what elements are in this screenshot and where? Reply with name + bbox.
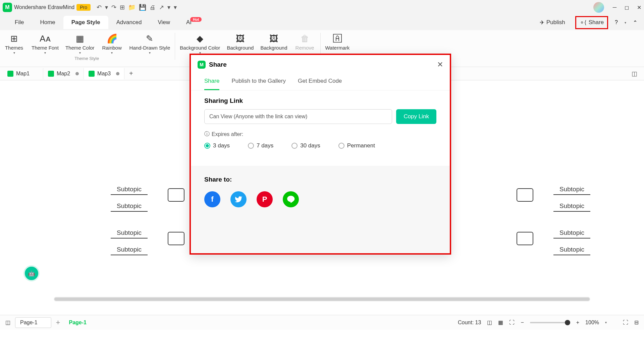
ribbon-hand-drawn[interactable]: ✎Hand-Drawn Style▾ bbox=[129, 33, 170, 55]
quick-access-toolbar: ↶▾ ↷ ⊞ 📁 💾 🖨 ↗▾ ▾ bbox=[97, 4, 177, 11]
ribbon-themes[interactable]: ⊞Themes▾ bbox=[3, 33, 25, 55]
fit-icon[interactable]: ⛶ bbox=[509, 320, 515, 326]
bg-color-icon: ◆ bbox=[197, 33, 203, 44]
watermark-icon: 🄰 bbox=[333, 33, 342, 44]
hot-badge: Hot bbox=[190, 17, 202, 22]
tab-map3[interactable]: Map3 bbox=[84, 68, 124, 79]
menu-page-style[interactable]: Page Style bbox=[63, 16, 108, 29]
save-icon[interactable]: 💾 bbox=[139, 4, 146, 11]
horizontal-scrollbar[interactable] bbox=[54, 297, 590, 301]
zoom-level: 100% bbox=[585, 320, 599, 326]
tab-map2[interactable]: Map2 bbox=[43, 68, 84, 79]
twitter-icon[interactable] bbox=[230, 191, 247, 207]
undo-dropdown[interactable]: ▾ bbox=[105, 4, 108, 11]
zoom-slider[interactable] bbox=[530, 322, 570, 323]
new-icon[interactable]: ⊞ bbox=[120, 4, 125, 11]
user-avatar[interactable] bbox=[593, 2, 604, 13]
share-icon: ⚬⟨ bbox=[580, 19, 587, 26]
more-dropdown[interactable]: ▾ bbox=[174, 4, 177, 11]
subtopic-node[interactable]: Subtopic bbox=[553, 228, 590, 239]
add-page-button[interactable]: + bbox=[56, 318, 60, 327]
redo-icon[interactable]: ↷ bbox=[111, 4, 116, 11]
help-dropdown[interactable]: ▾ bbox=[625, 21, 626, 24]
dialog-tab-gallery[interactable]: Publish to the Gallery bbox=[231, 74, 286, 90]
themes-icon: ⊞ bbox=[10, 33, 18, 44]
minimize-icon[interactable]: ─ bbox=[613, 4, 616, 11]
menu-view[interactable]: View bbox=[150, 16, 178, 29]
expire-permanent-radio[interactable]: Permanent bbox=[338, 142, 375, 149]
doc-icon bbox=[89, 71, 95, 77]
topic-node[interactable] bbox=[517, 232, 533, 245]
expire-3days-radio[interactable]: 3 days bbox=[204, 142, 230, 149]
print-icon[interactable]: 🖨 bbox=[150, 4, 156, 11]
help-icon[interactable]: ? bbox=[615, 19, 618, 25]
export-icon[interactable]: ↗ bbox=[159, 4, 164, 11]
zoom-dropdown[interactable]: ▾ bbox=[605, 321, 607, 324]
subtopic-node[interactable]: Subtopic bbox=[111, 184, 148, 195]
publish-button[interactable]: ✈Publish bbox=[536, 17, 569, 28]
dialog-tab-share[interactable]: Share bbox=[204, 74, 219, 90]
copy-link-button[interactable]: Copy Link bbox=[396, 109, 436, 124]
fullscreen-icon[interactable]: ⛶ bbox=[623, 320, 628, 326]
undo-icon[interactable]: ↶ bbox=[97, 4, 102, 11]
dialog-logo-icon: M bbox=[198, 61, 206, 69]
ribbon-theme-color[interactable]: ▦Theme Color▾ bbox=[65, 33, 95, 55]
page-selector[interactable]: Page-1 bbox=[15, 317, 51, 328]
collapse-icon[interactable]: ⊟ bbox=[634, 319, 639, 326]
subtopic-node[interactable]: Subtopic bbox=[111, 201, 148, 212]
subtopic-node[interactable]: Subtopic bbox=[111, 228, 148, 239]
ribbon-group-label: Theme Style bbox=[74, 56, 99, 61]
ribbon-background[interactable]: 🖼Background bbox=[227, 33, 254, 55]
theme-font-icon: Aᴀ bbox=[40, 33, 50, 44]
ai-assistant-button[interactable]: 🤖 bbox=[23, 265, 40, 281]
dialog-close-button[interactable]: ✕ bbox=[437, 60, 443, 69]
panel-toggle-icon[interactable]: ◫ bbox=[632, 70, 641, 77]
zoom-out-button[interactable]: − bbox=[521, 320, 524, 326]
view-2-icon[interactable]: ▦ bbox=[498, 319, 503, 326]
pinterest-icon[interactable]: P bbox=[257, 191, 273, 207]
ribbon-theme-font[interactable]: AᴀTheme Font▾ bbox=[32, 33, 59, 55]
add-tab-button[interactable]: + bbox=[124, 67, 138, 80]
topic-node[interactable] bbox=[168, 232, 184, 245]
outline-view-icon[interactable]: ◫ bbox=[5, 319, 10, 326]
zoom-in-button[interactable]: + bbox=[576, 320, 579, 326]
topic-node[interactable] bbox=[168, 188, 184, 202]
unsaved-dot bbox=[75, 72, 79, 75]
remove-icon: 🗑 bbox=[301, 33, 309, 44]
maximize-icon[interactable]: ◻ bbox=[625, 4, 629, 11]
export-dropdown[interactable]: ▾ bbox=[167, 4, 170, 11]
share-to-label: Share to: bbox=[204, 176, 436, 183]
ribbon-bg-color[interactable]: ◆Background Color▾ bbox=[180, 33, 220, 55]
collapse-ribbon-icon[interactable]: ⌃ bbox=[633, 19, 637, 26]
share-button[interactable]: ⚬⟨Share bbox=[575, 16, 608, 29]
sharing-link-label: Sharing Link bbox=[204, 97, 436, 105]
menu-advanced[interactable]: Advanced bbox=[108, 16, 150, 29]
view-1-icon[interactable]: ◫ bbox=[487, 319, 492, 326]
menubar: File Home Page Style Advanced View AIHot… bbox=[0, 15, 644, 30]
share-dialog: M Share ✕ Share Publish to the Gallery G… bbox=[190, 54, 451, 255]
share-link-input[interactable] bbox=[204, 109, 392, 124]
subtopic-node[interactable]: Subtopic bbox=[553, 245, 590, 255]
subtopic-node[interactable]: Subtopic bbox=[553, 201, 590, 212]
facebook-icon[interactable]: f bbox=[204, 191, 220, 207]
ribbon-rainbow[interactable]: 🌈Rainbow▾ bbox=[101, 33, 123, 55]
page-tab[interactable]: Page-1 bbox=[65, 318, 90, 328]
tab-map1[interactable]: Map1 bbox=[3, 68, 43, 79]
close-icon[interactable]: ✕ bbox=[637, 4, 641, 11]
app-title: Wondershare EdrawMind bbox=[14, 4, 74, 10]
menu-home[interactable]: Home bbox=[32, 16, 63, 29]
subtopic-node[interactable]: Subtopic bbox=[111, 245, 148, 255]
menu-ai[interactable]: AIHot bbox=[178, 16, 210, 29]
ribbon-background-2[interactable]: 🖼Background bbox=[260, 33, 287, 55]
line-icon[interactable] bbox=[283, 191, 299, 207]
menu-file[interactable]: File bbox=[7, 16, 32, 29]
open-icon[interactable]: 📁 bbox=[128, 4, 136, 11]
publish-icon: ✈ bbox=[540, 19, 544, 26]
topic-node[interactable] bbox=[517, 188, 533, 202]
subtopic-node[interactable]: Subtopic bbox=[553, 184, 590, 195]
expire-30days-radio[interactable]: 30 days bbox=[291, 142, 320, 149]
ribbon-watermark[interactable]: 🄰Watermark bbox=[325, 33, 350, 51]
expire-7days-radio[interactable]: 7 days bbox=[248, 142, 273, 149]
doc-icon bbox=[48, 71, 54, 77]
dialog-tab-embed[interactable]: Get Embed Code bbox=[298, 74, 342, 90]
